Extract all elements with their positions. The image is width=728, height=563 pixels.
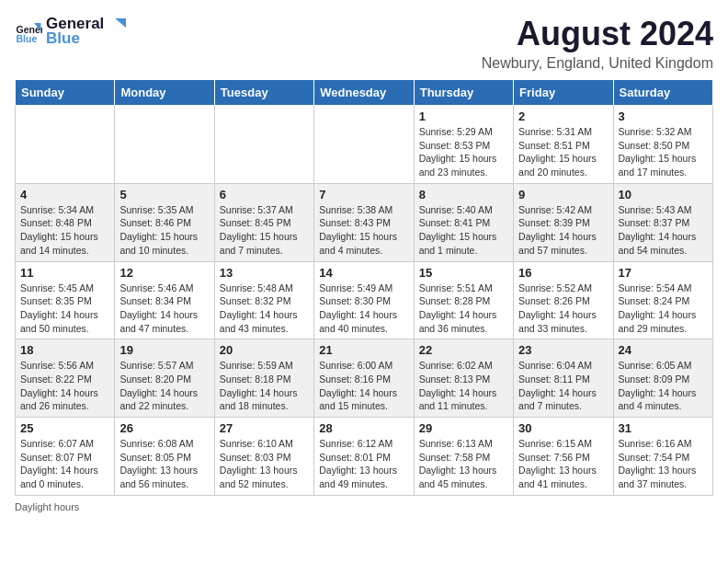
calendar-week-row: 4Sunrise: 5:34 AMSunset: 8:48 PMDaylight… [16,183,713,261]
calendar-cell: 11Sunrise: 5:45 AMSunset: 8:35 PMDayligh… [16,261,115,339]
calendar-cell: 27Sunrise: 6:10 AMSunset: 8:03 PMDayligh… [214,418,313,496]
day-number: 27 [220,421,309,435]
calendar-cell [16,106,115,184]
day-number: 26 [119,421,209,435]
day-number: 16 [518,266,608,280]
day-info: Sunrise: 6:15 AMSunset: 7:56 PMDaylight:… [518,437,608,491]
day-info: Sunrise: 6:08 AMSunset: 8:05 PMDaylight:… [119,437,209,491]
calendar-cell: 28Sunrise: 6:12 AMSunset: 8:01 PMDayligh… [314,418,414,496]
logo: General Blue General Blue [15,15,126,48]
day-info: Sunrise: 5:29 AMSunset: 8:53 PMDaylight:… [419,125,508,179]
day-number: 18 [20,343,109,357]
day-number: 23 [518,343,608,357]
calendar-cell: 9Sunrise: 5:42 AMSunset: 8:39 PMDaylight… [514,183,613,261]
day-info: Sunrise: 5:37 AMSunset: 8:45 PMDaylight:… [220,203,309,258]
day-number: 28 [319,421,408,435]
day-header-tuesday: Tuesday [214,80,313,106]
day-info: Sunrise: 6:00 AMSunset: 8:16 PMDaylight:… [319,359,408,413]
calendar-cell: 2Sunrise: 5:31 AMSunset: 8:51 PMDaylight… [514,106,613,184]
calendar-cell [314,106,414,184]
day-number: 12 [119,266,209,280]
day-number: 25 [20,421,109,435]
day-info: Sunrise: 6:02 AMSunset: 8:13 PMDaylight:… [419,359,508,413]
day-info: Sunrise: 5:52 AMSunset: 8:26 PMDaylight:… [518,282,608,336]
day-info: Sunrise: 6:13 AMSunset: 7:58 PMDaylight:… [419,437,508,491]
day-number: 31 [619,421,708,435]
day-info: Sunrise: 5:57 AMSunset: 8:20 PMDaylight:… [119,359,209,413]
calendar-cell: 19Sunrise: 5:57 AMSunset: 8:20 PMDayligh… [115,339,214,418]
day-info: Sunrise: 6:12 AMSunset: 8:01 PMDaylight:… [319,437,408,491]
day-info: Sunrise: 5:56 AMSunset: 8:22 PMDaylight:… [20,359,109,413]
day-info: Sunrise: 6:04 AMSunset: 8:11 PMDaylight:… [518,359,608,413]
calendar-week-row: 18Sunrise: 5:56 AMSunset: 8:22 PMDayligh… [16,339,713,418]
calendar-cell: 17Sunrise: 5:54 AMSunset: 8:24 PMDayligh… [613,261,712,339]
day-info: Sunrise: 5:46 AMSunset: 8:34 PMDaylight:… [119,282,209,336]
calendar-cell: 3Sunrise: 5:32 AMSunset: 8:50 PMDaylight… [613,106,712,184]
header: General Blue General Blue August 2024 Ne… [15,15,713,72]
calendar-cell: 22Sunrise: 6:02 AMSunset: 8:13 PMDayligh… [414,339,513,418]
svg-text:Blue: Blue [17,33,38,44]
day-header-sunday: Sunday [16,80,115,106]
calendar-header-row: SundayMondayTuesdayWednesdayThursdayFrid… [16,80,713,106]
calendar-cell: 6Sunrise: 5:37 AMSunset: 8:45 PMDaylight… [214,183,313,261]
calendar-cell: 16Sunrise: 5:52 AMSunset: 8:26 PMDayligh… [514,261,613,339]
day-info: Sunrise: 5:38 AMSunset: 8:43 PMDaylight:… [319,203,408,258]
calendar-cell: 25Sunrise: 6:07 AMSunset: 8:07 PMDayligh… [16,418,115,496]
day-number: 14 [319,266,408,280]
footer-note: Daylight hours [15,501,713,512]
logo-bird-icon [106,15,126,33]
day-number: 21 [319,343,408,357]
day-number: 13 [220,266,309,280]
logo-icon: General Blue [15,17,42,45]
day-info: Sunrise: 5:40 AMSunset: 8:41 PMDaylight:… [419,203,508,258]
day-info: Sunrise: 6:07 AMSunset: 8:07 PMDaylight:… [20,437,109,491]
day-info: Sunrise: 5:32 AMSunset: 8:50 PMDaylight:… [619,125,708,179]
month-title: August 2024 [482,15,713,53]
day-info: Sunrise: 5:35 AMSunset: 8:46 PMDaylight:… [119,203,209,258]
day-info: Sunrise: 5:45 AMSunset: 8:35 PMDaylight:… [20,282,109,336]
day-number: 15 [419,266,508,280]
calendar-cell: 10Sunrise: 5:43 AMSunset: 8:37 PMDayligh… [613,183,712,261]
calendar-cell: 4Sunrise: 5:34 AMSunset: 8:48 PMDaylight… [16,183,115,261]
calendar-cell: 8Sunrise: 5:40 AMSunset: 8:41 PMDaylight… [414,183,513,261]
day-header-thursday: Thursday [414,80,513,106]
calendar-cell: 12Sunrise: 5:46 AMSunset: 8:34 PMDayligh… [115,261,214,339]
calendar-cell: 21Sunrise: 6:00 AMSunset: 8:16 PMDayligh… [314,339,414,418]
day-info: Sunrise: 6:10 AMSunset: 8:03 PMDaylight:… [220,437,309,491]
day-number: 6 [220,188,309,201]
calendar-cell: 5Sunrise: 5:35 AMSunset: 8:46 PMDaylight… [115,183,214,261]
calendar-cell: 18Sunrise: 5:56 AMSunset: 8:22 PMDayligh… [16,339,115,418]
title-area: August 2024 Newbury, England, United Kin… [482,15,713,72]
calendar-cell: 26Sunrise: 6:08 AMSunset: 8:05 PMDayligh… [115,418,214,496]
day-number: 5 [119,188,209,201]
day-number: 20 [220,343,309,357]
day-number: 10 [619,188,708,201]
day-info: Sunrise: 6:05 AMSunset: 8:09 PMDaylight:… [619,359,708,413]
svg-marker-3 [115,18,126,28]
day-info: Sunrise: 5:51 AMSunset: 8:28 PMDaylight:… [419,282,508,336]
day-info: Sunrise: 5:54 AMSunset: 8:24 PMDaylight:… [619,282,708,336]
calendar-cell: 1Sunrise: 5:29 AMSunset: 8:53 PMDaylight… [414,106,513,184]
calendar-week-row: 1Sunrise: 5:29 AMSunset: 8:53 PMDaylight… [16,106,713,184]
calendar-cell: 30Sunrise: 6:15 AMSunset: 7:56 PMDayligh… [514,418,613,496]
day-number: 4 [20,188,109,201]
calendar-cell: 7Sunrise: 5:38 AMSunset: 8:43 PMDaylight… [314,183,414,261]
day-header-friday: Friday [514,80,613,106]
day-info: Sunrise: 5:59 AMSunset: 8:18 PMDaylight:… [220,359,309,413]
day-header-monday: Monday [115,80,214,106]
calendar-table: SundayMondayTuesdayWednesdayThursdayFrid… [15,79,713,496]
calendar-cell: 29Sunrise: 6:13 AMSunset: 7:58 PMDayligh… [414,418,513,496]
day-number: 24 [619,343,708,357]
day-info: Sunrise: 6:16 AMSunset: 7:54 PMDaylight:… [619,437,708,491]
day-number: 17 [619,266,708,280]
day-number: 30 [518,421,608,435]
calendar-cell [214,106,313,184]
day-number: 9 [518,188,608,201]
day-info: Sunrise: 5:31 AMSunset: 8:51 PMDaylight:… [518,125,608,179]
day-number: 29 [419,421,508,435]
day-info: Sunrise: 5:42 AMSunset: 8:39 PMDaylight:… [518,203,608,258]
day-info: Sunrise: 5:49 AMSunset: 8:30 PMDaylight:… [319,282,408,336]
calendar-cell: 31Sunrise: 6:16 AMSunset: 7:54 PMDayligh… [613,418,712,496]
calendar-cell: 13Sunrise: 5:48 AMSunset: 8:32 PMDayligh… [214,261,313,339]
day-number: 3 [619,109,708,123]
